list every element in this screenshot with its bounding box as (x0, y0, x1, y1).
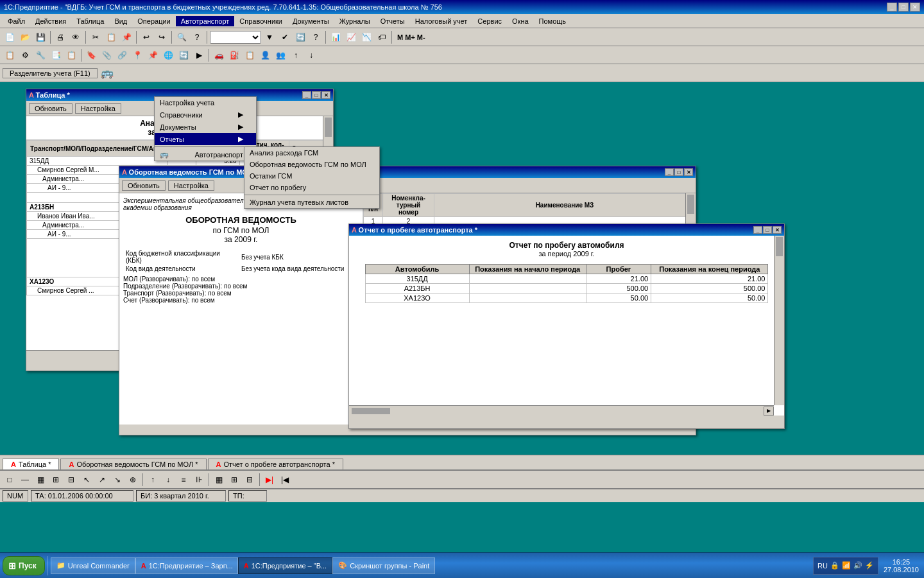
tb-save[interactable]: 💾 (33, 30, 47, 44)
tb2-btn1[interactable]: 📋 (3, 48, 17, 62)
tb2-extra7[interactable]: 🔄 (176, 48, 191, 62)
tb2-nav7[interactable]: ↓ (304, 48, 318, 62)
tb-copy[interactable]: 📋 (104, 30, 118, 44)
tb2-extra4[interactable]: 📍 (130, 48, 144, 62)
tablitsa-settings-btn[interactable]: Настройка (75, 103, 121, 114)
tb2-extra5[interactable]: 📌 (146, 48, 160, 62)
menu-avto[interactable]: 🚌 Автотранспорт (155, 148, 256, 161)
submenu-analiz[interactable]: Анализ расхода ГСМ (244, 147, 379, 159)
btb-11[interactable]: ↓ (161, 473, 175, 487)
tb2-extra1[interactable]: 🔖 (84, 48, 98, 62)
probeg-min[interactable]: _ (753, 226, 762, 234)
oborotnaya-max[interactable]: □ (674, 168, 683, 176)
tb-preview[interactable]: 👁 (69, 30, 83, 44)
btb-17[interactable]: ▶| (262, 473, 277, 487)
btb-2[interactable]: — (18, 473, 32, 487)
oborotnaya-update-btn[interactable]: Обновить (122, 180, 166, 191)
btb-5[interactable]: ⊟ (64, 473, 78, 487)
tb-extra3[interactable]: 📉 (359, 30, 373, 44)
tb2-btn3[interactable]: 🔧 (33, 48, 47, 62)
btb-10[interactable]: ↑ (146, 473, 160, 487)
btb-14[interactable]: ▦ (212, 473, 226, 487)
tablitsa-close[interactable]: ✕ (321, 91, 330, 99)
btb-13[interactable]: ⊪ (192, 473, 206, 487)
tb-help[interactable]: ? (190, 30, 204, 44)
submenu-oborotnaya[interactable]: Оборотная ведомость ГСМ по МОЛ (244, 159, 379, 170)
menu-table[interactable]: Таблица (71, 16, 109, 26)
tb-btn2[interactable]: ✔ (278, 30, 292, 44)
tablitsa-min[interactable]: _ (302, 91, 311, 99)
tb-redo[interactable]: ↪ (155, 30, 169, 44)
maximize-button[interactable]: □ (898, 3, 909, 12)
tb2-btn4[interactable]: 📑 (49, 48, 63, 62)
btb-3[interactable]: ▦ (33, 473, 47, 487)
menu-spravochniki[interactable]: Справочники (234, 16, 287, 26)
taskbar-item-1c2[interactable]: A 1С:Предприятие – "В... (238, 557, 333, 574)
btb-9[interactable]: ⊕ (126, 473, 140, 487)
tb-print[interactable]: 🖨 (53, 30, 67, 44)
vscrollbar-probeg[interactable] (774, 236, 784, 405)
btb-15[interactable]: ⊞ (227, 473, 241, 487)
tb2-btn2[interactable]: ⚙ (18, 48, 32, 62)
tb2-nav5[interactable]: 👥 (273, 48, 287, 62)
menu-servis[interactable]: Сервис (472, 16, 507, 26)
tablitsa-update-btn[interactable]: Обновить (29, 103, 73, 114)
menu-okna[interactable]: Окна (507, 16, 534, 26)
probeg-max[interactable]: □ (763, 226, 772, 234)
hscroll-right[interactable]: ▶ (764, 407, 774, 416)
hscrollbar-probeg[interactable]: ▶ (349, 405, 774, 416)
menu-docs[interactable]: Документы ▶ (155, 121, 256, 133)
probeg-close[interactable]: ✕ (773, 226, 782, 234)
tb-btn1[interactable]: ▼ (262, 30, 277, 44)
tb2-extra6[interactable]: 🌐 (161, 48, 175, 62)
tb2-nav4[interactable]: 👤 (258, 48, 272, 62)
taskbar-item-1c1[interactable]: A 1С:Предприятие – Зарп... (135, 557, 238, 574)
oborotnaya-min[interactable]: _ (665, 168, 674, 176)
menu-sprav[interactable]: Справочники ▶ (155, 109, 256, 121)
tb-new[interactable]: 📄 (3, 30, 17, 44)
taskbar-item-paint[interactable]: 🎨 Скриншот группы - Paint (332, 557, 435, 574)
menu-otch[interactable]: Отчеты ▶ (155, 133, 256, 145)
menu-pomosh[interactable]: Помощь (534, 16, 572, 26)
btb-1[interactable]: □ (3, 473, 17, 487)
tb2-nav6[interactable]: ↑ (289, 48, 303, 62)
btb-12[interactable]: ≡ (176, 473, 191, 487)
menu-zhurnaly[interactable]: Журналы (334, 16, 375, 26)
minimize-button[interactable]: _ (887, 3, 897, 12)
period-select[interactable] (210, 31, 261, 44)
razdel-icon[interactable]: 🚌 (100, 66, 114, 80)
menu-otchety[interactable]: Отчеты (375, 16, 410, 26)
tb-extra4[interactable]: 🏷 (375, 30, 389, 44)
btb-8[interactable]: ↘ (110, 473, 124, 487)
tb2-extra8[interactable]: ▶ (192, 48, 206, 62)
oborotnaya-close[interactable]: ✕ (684, 168, 693, 176)
menu-file[interactable]: Файл (3, 16, 30, 26)
tb-find[interactable]: 🔍 (175, 30, 189, 44)
submenu-ostatki[interactable]: Остатки ГСМ (244, 170, 379, 182)
tb2-btn5[interactable]: 📋 (64, 48, 78, 62)
menu-nastroyka[interactable]: Настройка учета (155, 97, 256, 109)
menu-operations[interactable]: Операции (132, 16, 175, 26)
close-button[interactable]: ✕ (910, 3, 920, 12)
tb-extra1[interactable]: 📊 (329, 30, 343, 44)
tb2-nav1[interactable]: 🚗 (212, 48, 226, 62)
menu-actions[interactable]: Действия (30, 16, 71, 26)
menu-autotransport[interactable]: Автотранспорт (176, 16, 235, 26)
razdel-btn[interactable]: Разделитель учета (F11) (3, 68, 98, 78)
tab-oborotnaya[interactable]: A Оборотная ведомость ГСМ по МОЛ * (60, 459, 206, 469)
taskbar-item-unreal[interactable]: 📁 Unreal Commander (51, 557, 135, 574)
submenu-probeg[interactable]: Отчет по пробегу (244, 182, 379, 193)
btb-6[interactable]: ↖ (80, 473, 94, 487)
start-button[interactable]: ⊞ Пуск (3, 556, 45, 575)
tb2-nav3[interactable]: 📋 (243, 48, 257, 62)
tab-tablitsa[interactable]: A Таблица * (3, 459, 59, 469)
tb-paste[interactable]: 📌 (119, 30, 133, 44)
btb-7[interactable]: ↗ (95, 473, 109, 487)
btb-4[interactable]: ⊞ (49, 473, 63, 487)
probeg-titlebar[interactable]: A Отчет о пробеге автотранспорта * _ □ ✕ (349, 224, 784, 236)
tablitsa-max[interactable]: □ (312, 91, 321, 99)
btb-18[interactable]: |◀ (278, 473, 292, 487)
tb2-extra2[interactable]: 📎 (99, 48, 114, 62)
menu-nalogovyi[interactable]: Налоговый учет (410, 16, 473, 26)
tab-probeg[interactable]: A Отчет о пробеге автотранспорта * (208, 459, 343, 469)
